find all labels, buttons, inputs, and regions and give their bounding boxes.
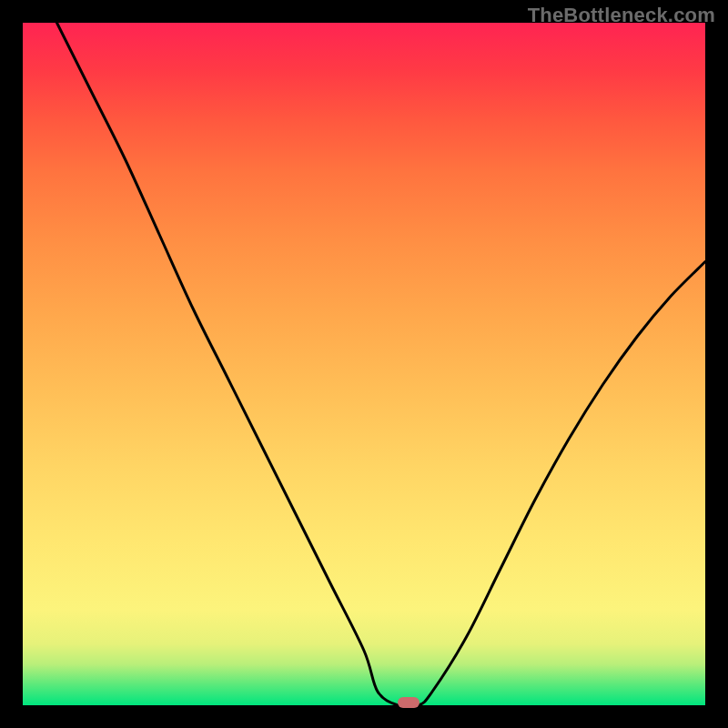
chart-frame: TheBottleneck.com [0, 0, 728, 728]
bottleneck-curve [57, 23, 706, 705]
minimum-marker [398, 697, 420, 708]
plot-area [23, 23, 705, 705]
curve-svg [23, 23, 705, 705]
